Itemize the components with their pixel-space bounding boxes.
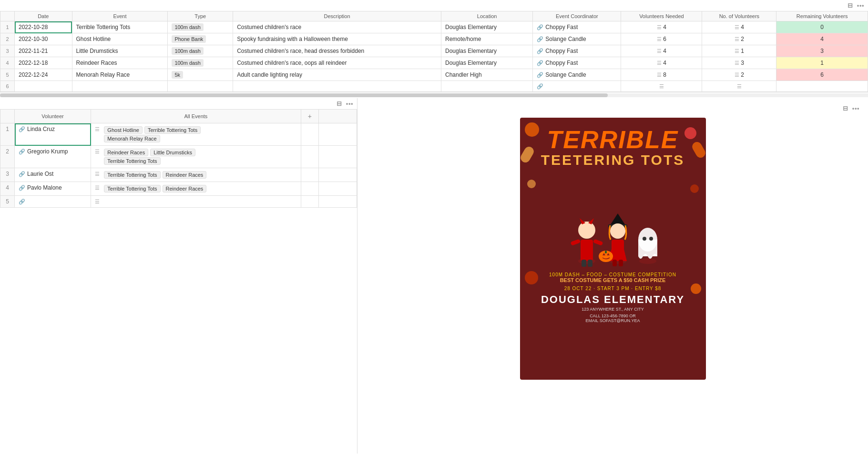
location-cell[interactable]: Douglas Elementary xyxy=(441,57,532,69)
events-col-event[interactable]: Event xyxy=(72,11,168,21)
event-cell[interactable]: Menorah Relay Race xyxy=(72,69,168,81)
date-cell[interactable]: 2022-12-18 xyxy=(15,57,72,69)
coordinator-cell[interactable]: 🔗Choppy Fast xyxy=(533,45,621,57)
event-tag[interactable]: Ghost Hotline xyxy=(104,126,143,134)
remaining-cell[interactable]: 4 xyxy=(776,33,868,45)
coordinator-cell[interactable]: 🔗Solange Candle xyxy=(533,33,621,45)
volunteers-needed-cell[interactable]: ☰ 4 xyxy=(621,45,702,57)
type-cell[interactable]: 100m dash xyxy=(168,45,233,57)
events-row[interactable]: 2 2022-10-30 Ghost Hotline Phone Bank Sp… xyxy=(0,33,868,45)
volunteer-more-icon[interactable]: ••• xyxy=(346,100,353,107)
events-row[interactable]: 5 2022-12-24 Menorah Relay Race 5k Adult… xyxy=(0,69,868,81)
description-cell[interactable]: Costumed children's race, head dresses f… xyxy=(233,45,441,57)
volunteer-name-cell[interactable]: 🔗Laurie Ost xyxy=(15,168,91,182)
event-tag[interactable]: Reindeer Races xyxy=(163,185,207,192)
date-cell[interactable]: 2022-11-21 xyxy=(15,45,72,57)
num-volunteers-cell[interactable]: ☰ 2 xyxy=(702,69,776,81)
volunteers-needed-cell[interactable]: ☰ 4 xyxy=(621,57,702,69)
event-cell[interactable]: Terrible Tottering Tots xyxy=(72,21,168,33)
event-tag[interactable]: Menorah Relay Race xyxy=(104,135,160,142)
event-cell[interactable] xyxy=(72,81,168,92)
volunteers-needed-cell[interactable]: ☰ 6 xyxy=(621,33,702,45)
events-col-description[interactable]: Description xyxy=(233,11,441,21)
volunteer-row[interactable]: 1 🔗Linda Cruz ☰ Ghost HotlineTerrible To… xyxy=(0,123,357,146)
remaining-cell[interactable] xyxy=(776,81,868,92)
description-cell[interactable]: Costumed children's race xyxy=(233,21,441,33)
type-cell[interactable]: 5k xyxy=(168,69,233,81)
event-tag[interactable]: Terrible Tottering Tots xyxy=(104,171,160,179)
remaining-cell[interactable]: 6 xyxy=(776,69,868,81)
num-volunteers-cell[interactable]: ☰ 2 xyxy=(702,33,776,45)
volunteer-name-cell[interactable]: 🔗 xyxy=(15,196,91,208)
coordinator-cell[interactable]: 🔗Choppy Fast xyxy=(533,21,621,33)
event-tag[interactable]: Reindeer Races xyxy=(163,171,207,179)
events-col-remaining[interactable]: Remaining Volunteers xyxy=(776,11,868,21)
event-tag[interactable]: Little Drumsticks xyxy=(150,149,195,156)
event-cell[interactable]: Reindeer Races xyxy=(72,57,168,69)
events-custom-filter-icon[interactable]: ⊟ xyxy=(843,105,848,112)
events-col-date[interactable]: Date xyxy=(15,11,72,21)
num-volunteers-cell[interactable]: ☰ 3 xyxy=(702,57,776,69)
vol-col-volunteer[interactable]: Volunteer xyxy=(15,110,91,123)
events-row[interactable]: 1 2022-10-28 Terrible Tottering Tots 100… xyxy=(0,21,868,33)
num-volunteers-cell[interactable]: ☰ xyxy=(702,81,776,92)
type-cell[interactable]: Phone Bank xyxy=(168,33,233,45)
location-cell[interactable]: Remote/home xyxy=(441,33,532,45)
remaining-cell[interactable]: 3 xyxy=(776,45,868,57)
volunteers-needed-cell[interactable]: ☰ xyxy=(621,81,702,92)
date-cell[interactable]: 2022-10-30 xyxy=(15,33,72,45)
num-volunteers-cell[interactable]: ☰ 4 xyxy=(702,21,776,33)
events-col-volunteers-needed[interactable]: Volunteers Needed xyxy=(621,11,702,21)
description-cell[interactable]: Spooky fundraising with a Halloween them… xyxy=(233,33,441,45)
description-cell[interactable]: Costumed children's race, oops all reind… xyxy=(233,57,441,69)
event-tag[interactable]: Reindeer Races xyxy=(104,149,148,156)
volunteer-row[interactable]: 2 🔗Gregorio Krump ☰ Reindeer RacesLittle… xyxy=(0,146,357,168)
vol-col-add[interactable]: + xyxy=(301,110,318,123)
type-cell[interactable]: 100m dash xyxy=(168,57,233,69)
location-cell[interactable]: Douglas Elementary xyxy=(441,21,532,33)
events-custom-more-icon[interactable]: ••• xyxy=(852,105,859,112)
location-cell[interactable] xyxy=(441,81,532,92)
volunteer-name-cell[interactable]: 🔗Gregorio Krump xyxy=(15,146,91,168)
events-filter-icon[interactable]: ⊟ xyxy=(848,2,853,9)
volunteer-name-cell[interactable]: 🔗Pavlo Malone xyxy=(15,182,91,196)
event-tag[interactable]: Terrible Tottering Tots xyxy=(144,126,201,134)
date-cell[interactable]: 2022-10-28 xyxy=(15,21,72,33)
coordinator-cell[interactable]: 🔗Choppy Fast xyxy=(533,57,621,69)
volunteer-events-cell[interactable]: ☰ Reindeer RacesLittle DrumsticksTerribl… xyxy=(91,146,301,168)
type-cell[interactable] xyxy=(168,81,233,92)
coordinator-cell[interactable]: 🔗 xyxy=(533,81,621,92)
events-col-type[interactable]: Type xyxy=(168,11,233,21)
num-volunteers-cell[interactable]: ☰ 1 xyxy=(702,45,776,57)
volunteer-row[interactable]: 5 🔗 ☰ xyxy=(0,196,357,208)
description-cell[interactable]: Adult candle lighting relay xyxy=(233,69,441,81)
event-tag[interactable]: Terrible Tottering Tots xyxy=(104,185,160,192)
location-cell[interactable]: Chandler High xyxy=(441,69,532,81)
events-row[interactable]: 6 🔗 ☰ ☰ xyxy=(0,81,868,92)
date-cell[interactable] xyxy=(15,81,72,92)
volunteer-filter-icon[interactable]: ⊟ xyxy=(337,100,342,107)
events-scrollbar[interactable] xyxy=(0,93,868,97)
volunteer-row[interactable]: 3 🔗Laurie Ost ☰ Terrible Tottering TotsR… xyxy=(0,168,357,182)
events-row[interactable]: 3 2022-11-21 Little Drumsticks 100m dash… xyxy=(0,45,868,57)
volunteer-events-cell[interactable]: ☰ xyxy=(91,196,301,208)
volunteer-events-cell[interactable]: ☰ Terrible Tottering TotsReindeer Races xyxy=(91,168,301,182)
volunteer-row[interactable]: 4 🔗Pavlo Malone ☰ Terrible Tottering Tot… xyxy=(0,182,357,196)
coordinator-cell[interactable]: 🔗Solange Candle xyxy=(533,69,621,81)
volunteer-events-cell[interactable]: ☰ Terrible Tottering TotsReindeer Races xyxy=(91,182,301,196)
volunteers-needed-cell[interactable]: ☰ 4 xyxy=(621,21,702,33)
description-cell[interactable] xyxy=(233,81,441,92)
events-col-location[interactable]: Location xyxy=(441,11,532,21)
events-col-coordinator[interactable]: Event Coordinator xyxy=(533,11,621,21)
event-tag[interactable]: Terrible Tottering Tots xyxy=(104,157,160,165)
events-row[interactable]: 4 2022-12-18 Reindeer Races 100m dash Co… xyxy=(0,57,868,69)
events-col-num-volunteers[interactable]: No. of Volunteers xyxy=(702,11,776,21)
remaining-cell[interactable]: 1 xyxy=(776,57,868,69)
event-cell[interactable]: Little Drumsticks xyxy=(72,45,168,57)
add-column-button[interactable]: + xyxy=(305,111,315,121)
remaining-cell[interactable]: 0 xyxy=(776,21,868,33)
event-cell[interactable]: Ghost Hotline xyxy=(72,33,168,45)
type-cell[interactable]: 100m dash xyxy=(168,21,233,33)
volunteer-events-cell[interactable]: ☰ Ghost HotlineTerrible Tottering TotsMe… xyxy=(91,123,301,146)
events-more-icon[interactable]: ••• xyxy=(857,2,864,9)
